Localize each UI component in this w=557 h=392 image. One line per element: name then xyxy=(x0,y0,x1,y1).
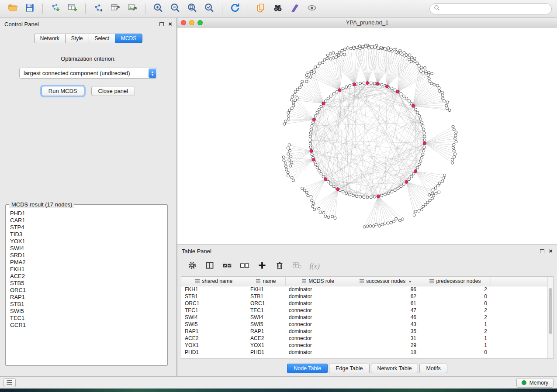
mcds-result-item[interactable]: SWI4 xyxy=(10,245,163,252)
table-cell[interactable]: 46 xyxy=(351,314,420,321)
table-row[interactable]: YOX1YOX1connector291 xyxy=(181,342,548,349)
table-cell[interactable]: 0 xyxy=(420,349,491,356)
tab-network[interactable]: Network xyxy=(34,34,66,43)
table-cell[interactable]: 2 xyxy=(420,328,491,335)
mcds-result-item[interactable]: GCR1 xyxy=(10,322,163,329)
table-row[interactable]: FKH1FKH1dominator962 xyxy=(181,286,548,293)
table-row[interactable]: RAP1RAP1dominator352 xyxy=(181,328,548,335)
table-row[interactable]: TEC1TEC1connector472 xyxy=(181,307,548,314)
table-cell[interactable]: 62 xyxy=(351,293,420,300)
table-cell[interactable]: YOX1 xyxy=(181,342,247,349)
column-header-mcds-role[interactable]: MCDS role xyxy=(285,277,351,286)
table-cell[interactable]: TEC1 xyxy=(181,307,247,314)
maximize-window-icon[interactable] xyxy=(197,20,203,25)
minimize-window-icon[interactable] xyxy=(189,20,194,25)
close-table-panel-icon[interactable]: × xyxy=(549,249,553,253)
mcds-result-item[interactable]: RAP1 xyxy=(10,294,163,301)
table-cell[interactable]: 0 xyxy=(420,293,491,300)
table-cell[interactable]: connector xyxy=(285,307,351,314)
table-cell[interactable]: 47 xyxy=(351,307,420,314)
mcds-result-item[interactable]: SWI5 xyxy=(10,308,163,315)
zoom-in-button[interactable] xyxy=(151,2,166,15)
table-cell[interactable]: dominator xyxy=(285,328,351,335)
mcds-result-item[interactable]: PHD1 xyxy=(10,210,163,217)
deselect-all-button[interactable] xyxy=(239,261,250,272)
column-header-shared-name[interactable]: shared name xyxy=(181,277,247,286)
show-graphics-details-button[interactable] xyxy=(304,2,319,15)
table-cell[interactable]: 61 xyxy=(351,300,420,307)
tab-network-table[interactable]: Network Table xyxy=(371,364,419,373)
table-cell[interactable]: STB1 xyxy=(181,293,247,300)
table-cell[interactable]: dominator xyxy=(285,314,351,321)
table-cell[interactable]: connector xyxy=(285,342,351,349)
table-cell[interactable]: FKH1 xyxy=(181,286,247,293)
mcds-result-item[interactable]: PMA2 xyxy=(10,259,163,266)
table-cell[interactable]: SWI5 xyxy=(247,321,285,328)
table-cell[interactable]: ORC1 xyxy=(247,300,285,307)
copy-document-button[interactable] xyxy=(253,2,268,15)
save-session-button[interactable] xyxy=(22,2,37,15)
table-cell[interactable]: 1 xyxy=(420,321,491,328)
function-builder-button[interactable]: f(x) xyxy=(309,261,320,272)
mcds-result-item[interactable]: ORC1 xyxy=(10,287,163,294)
mcds-result-item[interactable]: FKH1 xyxy=(10,266,163,273)
table-cell[interactable]: PHD1 xyxy=(181,349,247,356)
table-row[interactable]: ORC1ORC1dominator610 xyxy=(181,300,548,307)
column-header-successor-nodes[interactable]: successor nodes▾ xyxy=(351,277,420,286)
create-column-button[interactable] xyxy=(257,261,267,272)
run-mcds-button[interactable]: Run MCDS xyxy=(42,86,84,96)
column-header-predecessor-nodes[interactable]: predecessor nodes xyxy=(420,277,491,286)
float-table-panel-icon[interactable] xyxy=(540,249,544,253)
tab-mcds[interactable]: MCDS xyxy=(115,34,142,43)
table-cell[interactable]: SWI4 xyxy=(181,314,247,321)
table-scrollbar[interactable] xyxy=(547,277,553,358)
close-panel-icon[interactable]: × xyxy=(168,22,172,26)
table-cell[interactable]: 43 xyxy=(351,321,420,328)
table-cell[interactable]: STB1 xyxy=(247,293,285,300)
table-cell[interactable]: 35 xyxy=(351,328,420,335)
search-input[interactable] xyxy=(443,6,547,12)
table-cell[interactable]: connector xyxy=(285,335,351,342)
mcds-result-item[interactable]: SRD1 xyxy=(10,252,163,259)
table-cell[interactable]: connector xyxy=(285,321,351,328)
table-cell[interactable]: SWI5 xyxy=(181,321,247,328)
tab-style[interactable]: Style xyxy=(65,34,89,43)
table-cell[interactable]: YOX1 xyxy=(247,342,285,349)
table-settings-button[interactable] xyxy=(187,261,197,272)
mcds-result-item[interactable]: ACE2 xyxy=(10,273,163,280)
open-session-button[interactable] xyxy=(5,2,20,15)
table-cell[interactable]: ACE2 xyxy=(247,335,285,342)
paint-style-button[interactable] xyxy=(287,2,302,15)
table-row[interactable]: PHD1PHD1dominator180 xyxy=(181,349,548,356)
table-cell[interactable]: RAP1 xyxy=(181,328,247,335)
table-cell[interactable]: ORC1 xyxy=(181,300,247,307)
import-table-button[interactable] xyxy=(65,2,80,15)
show-task-history-button[interactable] xyxy=(3,378,16,387)
mcds-result-item[interactable]: CAR1 xyxy=(10,217,163,224)
table-cell[interactable]: 96 xyxy=(351,286,420,293)
tab-select[interactable]: Select xyxy=(89,34,115,43)
import-network-button[interactable] xyxy=(48,2,63,15)
table-cell[interactable]: 29 xyxy=(351,342,420,349)
tab-edge-table[interactable]: Edge Table xyxy=(329,364,369,373)
search-box[interactable] xyxy=(429,3,552,14)
network-window-titlebar[interactable]: YPA_prune.txt_1 xyxy=(177,18,557,28)
export-table-button[interactable] xyxy=(108,2,123,15)
table-row[interactable]: STB1STB1dominator620 xyxy=(181,293,548,300)
table-cell[interactable]: TEC1 xyxy=(247,307,285,314)
zoom-out-button[interactable] xyxy=(168,2,183,15)
table-cell[interactable]: 18 xyxy=(351,349,420,356)
table-cell[interactable]: 2 xyxy=(420,286,491,293)
zoom-fit-button[interactable] xyxy=(185,2,200,15)
mcds-result-item[interactable]: TEC1 xyxy=(10,315,163,322)
close-panel-button[interactable]: Close panel xyxy=(91,86,135,96)
zoom-selected-button[interactable] xyxy=(202,2,217,15)
table-cell[interactable]: 2 xyxy=(420,307,491,314)
table-cell[interactable]: dominator xyxy=(285,300,351,307)
tab-node-table[interactable]: Node Table xyxy=(287,364,328,373)
delete-table-button[interactable] xyxy=(292,261,302,272)
table-row[interactable]: SWI4SWI4dominator462 xyxy=(181,314,548,321)
mcds-result-list[interactable]: PHD1CAR1STP4TID3YOX1SWI4SRD1PMA2FKH1ACE2… xyxy=(7,209,166,364)
mcds-result-item[interactable]: STP4 xyxy=(10,224,163,231)
table-cell[interactable]: 31 xyxy=(351,335,420,342)
